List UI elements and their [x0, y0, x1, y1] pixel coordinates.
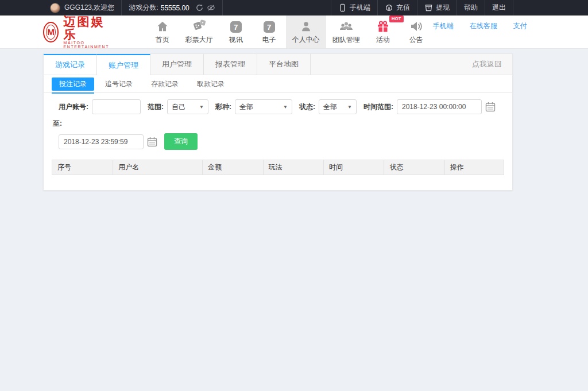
col-header-username: 用户名: [113, 160, 203, 175]
tab-platform-map[interactable]: 平台地图: [257, 54, 311, 75]
tabbar: 游戏记录 账户管理 用户管理 报表管理 平台地图 点我返回: [44, 54, 512, 75]
link-mobile[interactable]: 手机端: [433, 21, 454, 48]
chevron-down-icon: ▼: [283, 104, 288, 110]
account-label: 用户账号:: [59, 102, 88, 112]
seven-glyph: 7: [230, 21, 242, 33]
search-button[interactable]: 查询: [164, 133, 198, 150]
tab-user-management[interactable]: 用户管理: [150, 54, 204, 75]
nav-item-video[interactable]: 7 视讯: [219, 16, 253, 48]
topbar-item-withdraw[interactable]: 提现: [417, 0, 457, 16]
tab-label: 报表管理: [215, 59, 245, 69]
topbar-item-label: 退出: [492, 3, 506, 13]
subtab-withdrawal-records[interactable]: 取款记录: [189, 78, 232, 91]
col-header-playtype: 玩法: [263, 160, 323, 175]
tab-report-management[interactable]: 报表管理: [204, 54, 257, 75]
score-label: 游戏分数:: [129, 3, 158, 13]
filter-form: 用户账号: 范围: 自己 ▼ 彩种: 全部 ▼ 状态: 全部 ▼ 时间范围:: [44, 93, 512, 157]
phone-icon: [338, 3, 347, 12]
range-select-value: 自己: [172, 102, 185, 112]
to-label: 至:: [53, 119, 62, 129]
topbar-left: GGG123,欢迎您 游戏分数: 55555.00: [43, 0, 223, 16]
topbar-item-recharge[interactable]: 充值: [377, 0, 417, 16]
topbar-item-logout[interactable]: 退出: [485, 0, 513, 16]
chevron-down-icon: ▼: [199, 104, 204, 110]
tab-label: 平台地图: [269, 59, 299, 69]
nav-item-label: 电子: [262, 35, 276, 45]
nav-item-home[interactable]: 首页: [146, 16, 179, 48]
back-link[interactable]: 点我返回: [472, 54, 512, 75]
content-panel: 游戏记录 账户管理 用户管理 报表管理 平台地图 点我返回 投注记录 追号记录 …: [43, 53, 513, 191]
link-payment[interactable]: 支付: [513, 21, 527, 48]
team-icon: [339, 19, 354, 33]
topbar-item-mobile[interactable]: 手机端: [331, 0, 377, 16]
nav-item-personal-center[interactable]: 个人中心: [286, 16, 326, 48]
dice-icon: [192, 19, 207, 33]
hot-badge: HOT: [389, 16, 404, 22]
nav-item-label: 团队管理: [332, 35, 360, 45]
subtab-bet-records[interactable]: 投注记录: [52, 78, 94, 91]
refresh-icon[interactable]: [195, 3, 204, 12]
lottery-select[interactable]: 全部 ▼: [235, 99, 292, 114]
brand-title: 迈图娱乐: [63, 16, 114, 41]
col-header-action: 操作: [444, 160, 504, 175]
tab-account-management[interactable]: 账户管理: [97, 54, 150, 75]
nav-item-activity[interactable]: HOT 活动: [366, 16, 400, 48]
user-icon: [300, 19, 312, 33]
account-input[interactable]: [92, 99, 141, 114]
gift-icon: HOT: [376, 19, 390, 33]
brand-logo[interactable]: M 迈图娱乐 MAITOO ENTERTAINMENT: [43, 16, 114, 48]
status-label: 状态:: [299, 102, 315, 112]
topbar-item-label: 提现: [436, 3, 450, 13]
nav-item-label: 彩票大厅: [185, 35, 213, 45]
table-header-row: 序号 用户名 金额 玩法 时间 状态 操作: [52, 160, 504, 175]
col-header-index: 序号: [52, 160, 113, 175]
tab-game-records[interactable]: 游戏记录: [44, 54, 97, 75]
nav-item-lottery-hall[interactable]: 彩票大厅: [179, 16, 219, 48]
nav-quick-links: 手机端 在线客服 支付: [433, 16, 527, 48]
recharge-icon: [385, 3, 393, 12]
tab-label: 用户管理: [162, 59, 192, 69]
range-select[interactable]: 自己 ▼: [167, 99, 208, 114]
topbar-spacer: [223, 0, 331, 16]
eye-off-icon[interactable]: [207, 3, 215, 12]
col-header-status: 状态: [384, 160, 444, 175]
nav-item-label: 视讯: [229, 35, 243, 45]
navbar: M 迈图娱乐 MAITOO ENTERTAINMENT 首页 彩票大厅: [0, 16, 588, 49]
lottery-select-value: 全部: [239, 102, 253, 112]
subtab-chase-records[interactable]: 追号记录: [98, 78, 140, 91]
page: GGG123,欢迎您 游戏分数: 55555.00 手机端: [0, 0, 588, 391]
user-welcome[interactable]: GGG123,欢迎您: [43, 0, 121, 16]
status-select[interactable]: 全部 ▼: [319, 99, 357, 114]
topbar-item-help[interactable]: 帮助: [457, 0, 485, 16]
status-select-value: 全部: [323, 102, 337, 112]
subtab-deposit-records[interactable]: 存款记录: [144, 78, 186, 91]
range-label: 范围:: [148, 102, 164, 112]
calendar-icon[interactable]: [147, 137, 157, 147]
link-online-service[interactable]: 在线客服: [470, 21, 497, 48]
nav-item-team-management[interactable]: 团队管理: [326, 16, 366, 48]
main-nav: 首页 彩票大厅 7 视讯 7 电子: [146, 16, 433, 48]
nav-item-label: 活动: [376, 35, 390, 45]
col-header-time: 时间: [323, 160, 384, 175]
start-date-input[interactable]: [397, 99, 482, 114]
tab-label: 游戏记录: [55, 60, 85, 70]
tab-label: 账户管理: [109, 60, 138, 71]
lottery-label: 彩种:: [215, 102, 231, 112]
nav-item-label: 首页: [156, 35, 169, 45]
seven-icon: 7: [230, 19, 242, 33]
withdraw-icon: [424, 3, 433, 12]
nav-item-label: 个人中心: [292, 35, 320, 45]
topbar-menu: 手机端 充值 提现 帮助 退出: [331, 0, 513, 16]
home-icon: [156, 19, 169, 33]
topbar-item-label: 帮助: [464, 3, 478, 13]
subtabs: 投注记录 追号记录 存款记录 取款记录: [44, 75, 512, 93]
brand-text: 迈图娱乐 MAITOO ENTERTAINMENT: [63, 16, 114, 49]
end-date-input[interactable]: [59, 134, 144, 149]
nav-item-electronic[interactable]: 7 电子: [253, 16, 286, 48]
calendar-icon[interactable]: [485, 102, 496, 112]
nav-item-announcement[interactable]: 公告: [400, 16, 433, 48]
welcome-text: GGG123,欢迎您: [64, 3, 114, 13]
score-value: 55555.00: [161, 4, 189, 12]
user-avatar[interactable]: [50, 3, 60, 13]
time-range-label: 时间范围:: [363, 102, 393, 112]
